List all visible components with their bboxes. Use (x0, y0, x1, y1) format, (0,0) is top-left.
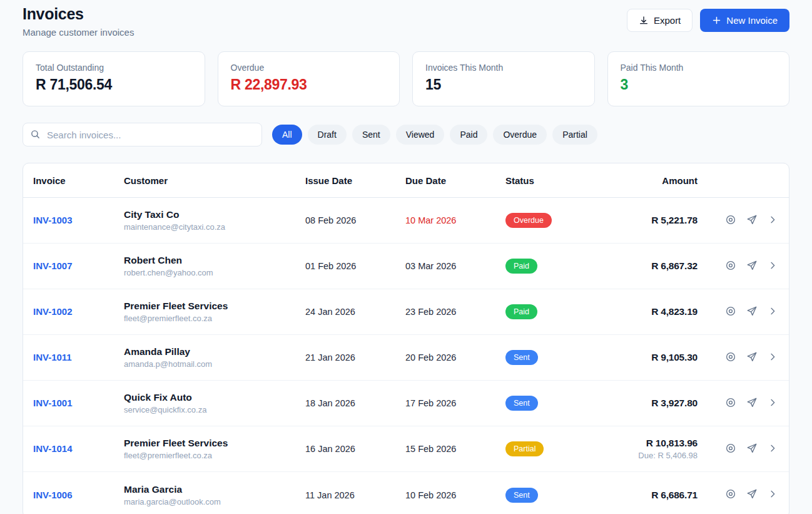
status-cell: Overdue (505, 213, 599, 228)
view-invoice-button[interactable] (724, 396, 738, 411)
send-invoice-button[interactable] (745, 259, 759, 274)
amount-value: R 4,823.19 (599, 306, 698, 317)
table-row[interactable]: INV-1011 Amanda Pillay amanda.p@hotmail.… (23, 335, 789, 381)
issue-date: 18 Jan 2026 (305, 398, 355, 408)
chevron-right-icon (768, 489, 778, 501)
amount-cell: R 5,221.78 (599, 215, 709, 226)
row-detail-button[interactable] (766, 213, 779, 228)
table-row[interactable]: INV-1007 Robert Chen robert.chen@yahoo.c… (23, 244, 789, 289)
view-invoice-button[interactable] (724, 441, 738, 457)
status-badge: Overdue (505, 213, 552, 228)
invoice-number-link[interactable]: INV-1002 (33, 306, 73, 317)
due-date-cell: 20 Feb 2026 (405, 352, 505, 363)
customer-email: maintenance@citytaxi.co.za (124, 222, 305, 232)
invoice-number-link[interactable]: INV-1001 (33, 398, 73, 408)
download-icon (639, 16, 649, 26)
issue-date-cell: 21 Jan 2026 (305, 352, 405, 363)
due-date: 23 Feb 2026 (405, 307, 456, 317)
search-input[interactable] (23, 123, 262, 146)
amount-cell: R 10,813.96 Due: R 5,406.98 (599, 438, 709, 460)
invoice-number-cell: INV-1007 (33, 260, 124, 272)
send-invoice-button[interactable] (745, 304, 759, 320)
view-invoice-button[interactable] (724, 350, 738, 366)
invoice-number-cell: INV-1003 (33, 215, 124, 226)
header-invoice: Invoice (33, 175, 124, 186)
page-title: Invoices (23, 5, 134, 23)
table-row[interactable]: INV-1001 Quick Fix Auto service@quickfix… (23, 381, 789, 426)
header-status: Status (505, 175, 599, 186)
due-date-cell: 17 Feb 2026 (405, 398, 505, 409)
filter-pill-overdue[interactable]: Overdue (493, 125, 547, 145)
row-detail-button[interactable] (766, 488, 779, 502)
row-detail-button[interactable] (766, 396, 779, 411)
filter-pill-viewed[interactable]: Viewed (396, 125, 445, 145)
stat-card-total-outstanding: Total Outstanding R 71,506.54 (23, 51, 205, 106)
eye-icon (725, 260, 736, 273)
status-badge: Sent (505, 396, 538, 411)
view-invoice-button[interactable] (724, 304, 738, 320)
view-invoice-button[interactable] (724, 487, 738, 503)
table-row[interactable]: INV-1002 Premier Fleet Services fleet@pr… (23, 289, 789, 335)
stat-label: Invoices This Month (425, 63, 582, 73)
status-badge: Paid (505, 304, 537, 319)
eye-icon (725, 351, 736, 364)
chevron-right-icon (768, 352, 778, 364)
filter-pill-all[interactable]: All (272, 125, 302, 145)
send-invoice-button[interactable] (745, 396, 759, 411)
amount-cell: R 6,686.71 (599, 490, 709, 501)
send-icon (746, 260, 758, 273)
issue-date-cell: 01 Feb 2026 (305, 260, 405, 272)
send-invoice-button[interactable] (745, 487, 759, 503)
row-actions (709, 304, 779, 320)
row-detail-button[interactable] (766, 305, 779, 319)
table-row[interactable]: INV-1003 City Taxi Co maintenance@cityta… (23, 198, 789, 244)
view-invoice-button[interactable] (724, 259, 738, 274)
filter-pill-paid[interactable]: Paid (450, 125, 487, 145)
export-button[interactable]: Export (627, 9, 693, 32)
view-invoice-button[interactable] (724, 213, 738, 229)
row-detail-button[interactable] (766, 259, 779, 274)
invoice-number-link[interactable]: INV-1007 (33, 260, 73, 271)
invoice-number-link[interactable]: INV-1014 (33, 443, 73, 454)
invoices-page: Invoices Manage customer invoices Export… (0, 0, 812, 514)
eye-icon (725, 397, 736, 410)
filter-pill-sent[interactable]: Sent (352, 125, 390, 145)
amount-value: R 9,105.30 (599, 352, 698, 363)
send-invoice-button[interactable] (745, 350, 759, 366)
customer-cell: Quick Fix Auto service@quickfix.co.za (124, 392, 305, 414)
issue-date: 24 Jan 2026 (305, 307, 355, 317)
customer-name: Maria Garcia (124, 484, 305, 495)
stat-value: R 22,897.93 (231, 76, 387, 93)
filter-pill-draft[interactable]: Draft (308, 125, 347, 145)
issue-date: 08 Feb 2026 (305, 215, 356, 225)
table-row[interactable]: INV-1006 Maria Garcia maria.garcia@outlo… (23, 472, 789, 514)
row-detail-button[interactable] (766, 442, 779, 456)
new-invoice-button[interactable]: New Invoice (700, 9, 789, 32)
row-detail-button[interactable] (766, 351, 779, 365)
amount-cell: R 9,105.30 (599, 352, 709, 363)
new-invoice-button-label: New Invoice (726, 15, 778, 26)
header-due-date: Due Date (405, 175, 505, 186)
customer-email: maria.garcia@outlook.com (124, 497, 305, 506)
stats-row: Total Outstanding R 71,506.54 Overdue R … (23, 51, 789, 106)
eye-icon (725, 306, 736, 319)
due-date-cell: 23 Feb 2026 (405, 306, 505, 317)
invoice-number-link[interactable]: INV-1006 (33, 490, 73, 500)
send-invoice-button[interactable] (745, 441, 759, 457)
issue-date: 16 Jan 2026 (305, 444, 355, 454)
eye-icon (725, 214, 736, 227)
plus-icon (712, 16, 721, 25)
export-button-label: Export (654, 15, 681, 26)
issue-date-cell: 24 Jan 2026 (305, 306, 405, 317)
stat-card-overdue: Overdue R 22,897.93 (218, 51, 400, 106)
filter-pill-partial[interactable]: Partial (552, 125, 597, 145)
customer-cell: Premier Fleet Services fleet@premierflee… (124, 301, 305, 323)
status-badge: Sent (505, 350, 538, 365)
invoice-number-cell: INV-1014 (33, 443, 124, 455)
invoice-number-link[interactable]: INV-1003 (33, 215, 73, 225)
table-row[interactable]: INV-1014 Premier Fleet Services fleet@pr… (23, 426, 789, 472)
send-invoice-button[interactable] (745, 213, 759, 229)
invoice-number-link[interactable]: INV-1011 (33, 352, 72, 362)
toolbar: All Draft Sent Viewed Paid Overdue Parti… (23, 123, 789, 146)
amount-cell: R 3,927.80 (599, 398, 709, 409)
